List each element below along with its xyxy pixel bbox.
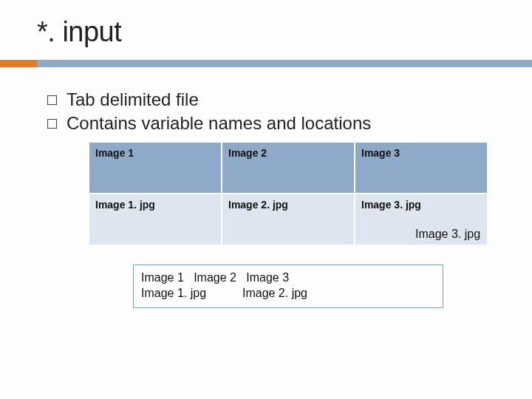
raw-line: Image 1. jpg Image 2. jpg — [141, 285, 435, 301]
raw-text-box: Image 1 Image 2 Image 3 Image 1. jpg Ima… — [133, 265, 443, 308]
table-data-cell: Image 1. jpg — [89, 194, 222, 245]
content-area: Tab delimited file Contains variable nam… — [0, 67, 532, 308]
table-data-cell: Image 2. jpg — [222, 194, 355, 245]
table-header-cell: Image 3 — [355, 142, 488, 194]
accent-bar — [0, 60, 532, 67]
bullet-item: Contains variable names and locations — [47, 112, 495, 135]
accent-blue — [37, 60, 532, 67]
title-area: *. input — [0, 0, 532, 48]
table-header-cell: Image 1 — [89, 142, 222, 194]
bullet-item: Tab delimited file — [47, 88, 495, 112]
raw-trailing-text: Image 3. jpg — [415, 228, 480, 241]
bullet-list: Tab delimited file Contains variable nam… — [37, 88, 495, 136]
slide-title: *. input — [37, 16, 532, 48]
raw-line: Image 1 Image 2 Image 3 — [141, 270, 435, 286]
table-header-cell: Image 2 — [222, 142, 355, 194]
accent-orange — [0, 60, 37, 67]
